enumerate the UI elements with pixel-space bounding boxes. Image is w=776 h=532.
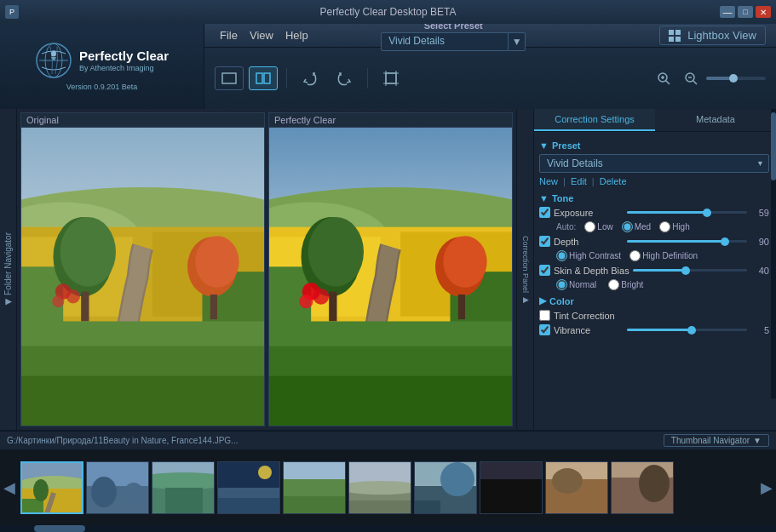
auto-med[interactable]: Med xyxy=(622,221,651,232)
depth-checkbox[interactable] xyxy=(539,236,550,247)
thumb-nav-button[interactable]: Thumbnail Navigator ▼ xyxy=(664,434,769,447)
skin-bias-slider[interactable] xyxy=(633,269,747,272)
menu-view[interactable]: View xyxy=(244,27,279,43)
svg-point-96 xyxy=(440,462,474,496)
tab-metadata[interactable]: Metadata xyxy=(655,109,776,131)
processed-image xyxy=(268,127,513,426)
top-area: Perfectly Clear By Athentech Imaging Ver… xyxy=(0,24,776,109)
svg-point-57 xyxy=(299,295,313,308)
vibrance-row: Vibrance 5 xyxy=(539,324,769,335)
svg-point-35 xyxy=(52,295,64,307)
preset-dropdown-panel: Vivid Details ▼ xyxy=(539,154,769,173)
thumb-next-arrow[interactable]: ▶ xyxy=(761,478,773,497)
original-label: Original xyxy=(20,112,265,127)
thumb-item[interactable] xyxy=(152,461,215,514)
thumb-scrollbar xyxy=(0,525,776,532)
thumb-item[interactable] xyxy=(611,461,674,514)
preset-delete-link[interactable]: Delete xyxy=(600,176,627,186)
high-contrast-option[interactable]: High Contrast xyxy=(556,250,621,261)
right-sidebar[interactable]: Correction Panel ▶ xyxy=(516,109,533,430)
svg-point-54 xyxy=(443,236,486,288)
vibrance-value: 5 xyxy=(750,325,769,335)
svg-point-67 xyxy=(33,479,49,501)
preset-actions: New | Edit | Delete xyxy=(539,176,769,186)
auto-row: Auto: Low Med High xyxy=(556,221,769,232)
depth-options-row: High Contrast High Definition xyxy=(556,250,769,261)
thumb-item[interactable] xyxy=(348,461,411,514)
menu-help[interactable]: Help xyxy=(280,27,313,43)
depth-value: 90 xyxy=(750,237,769,247)
thumb-bar: G:/Картинки/Природа/11Beauty in Nature, … xyxy=(0,432,776,450)
depth-label: Depth xyxy=(554,237,624,247)
scrollbar[interactable] xyxy=(771,109,776,398)
close-button[interactable]: ✕ xyxy=(756,6,771,18)
svg-rect-86 xyxy=(284,496,346,514)
svg-rect-33 xyxy=(210,295,217,319)
thumb-item[interactable] xyxy=(545,461,608,514)
svg-point-76 xyxy=(152,472,215,489)
rotate-left-button[interactable] xyxy=(330,66,359,90)
skin-bias-value: 40 xyxy=(750,266,769,276)
app: P Perfectly Clear Desktop BETA — □ ✕ xyxy=(0,0,776,532)
preset-value: Vivid Details xyxy=(388,35,445,47)
folder-nav-text: Folder Navigator xyxy=(3,232,13,295)
preset-select[interactable]: Vivid Details xyxy=(539,154,769,173)
maximize-button[interactable]: □ xyxy=(738,6,753,18)
tint-row: Tint Correction xyxy=(539,310,769,321)
brand-name: Perfectly Clear xyxy=(79,49,169,64)
thumb-scroll-thumb[interactable] xyxy=(34,525,85,532)
svg-line-12 xyxy=(666,81,670,85)
split-view-button[interactable] xyxy=(249,66,278,90)
zoom-in-button[interactable] xyxy=(652,68,675,89)
high-definition-option[interactable]: High Definition xyxy=(629,250,698,261)
svg-point-32 xyxy=(195,236,239,288)
auto-high[interactable]: High xyxy=(659,221,690,232)
brand-sub: By Athentech Imaging xyxy=(79,64,169,72)
correction-content: ▼ Preset Vivid Details ▼ New | Edit | De… xyxy=(534,132,776,430)
thumb-item[interactable] xyxy=(414,461,477,514)
color-triangle: ▶ xyxy=(539,295,546,306)
vibrance-label: Vibrance xyxy=(554,325,624,335)
svg-point-72 xyxy=(124,483,144,506)
scrollbar-thumb[interactable] xyxy=(771,112,776,180)
thumb-item[interactable] xyxy=(480,461,543,514)
crop-button[interactable] xyxy=(377,66,405,90)
depth-slider[interactable] xyxy=(627,240,747,243)
bright-option[interactable]: Bright xyxy=(608,279,643,290)
single-view-button[interactable] xyxy=(215,66,244,90)
tone-triangle: ▼ xyxy=(539,193,549,203)
skin-bias-checkbox[interactable] xyxy=(539,265,550,276)
color-section-header[interactable]: ▶ Color xyxy=(539,295,769,306)
thumb-item[interactable] xyxy=(217,461,280,514)
preset-edit-link[interactable]: Edit xyxy=(571,176,587,186)
exposure-checkbox[interactable] xyxy=(539,207,550,218)
preset-new-link[interactable]: New xyxy=(539,176,558,186)
folder-nav-label[interactable]: ◀ Folder Navigator xyxy=(3,232,13,307)
normal-option[interactable]: Normal xyxy=(556,279,596,290)
lightbox-button[interactable]: Lightbox View xyxy=(659,26,766,45)
tone-section-header[interactable]: ▼ Tone xyxy=(539,193,769,203)
thumb-item[interactable] xyxy=(283,461,346,514)
svg-point-108 xyxy=(639,465,670,502)
zoom-slider[interactable] xyxy=(706,77,766,80)
logo-icon xyxy=(35,42,72,79)
menu-file[interactable]: File xyxy=(215,27,243,43)
minimize-button[interactable]: — xyxy=(720,6,735,18)
tint-checkbox[interactable] xyxy=(539,310,550,321)
vibrance-checkbox[interactable] xyxy=(539,324,550,335)
correction-tabs: Correction Settings Metadata xyxy=(534,109,776,132)
thumb-prev-arrow[interactable]: ◀ xyxy=(3,478,15,497)
auto-low[interactable]: Low xyxy=(584,221,612,232)
preset-section: Select Preset Vivid Details ▼ xyxy=(381,20,526,51)
svg-rect-89 xyxy=(349,462,411,483)
preset-section-header[interactable]: ▼ Preset xyxy=(539,140,769,151)
exposure-slider[interactable] xyxy=(627,211,747,214)
rotate-right-button[interactable] xyxy=(296,66,325,90)
svg-point-81 xyxy=(258,466,272,479)
svg-point-36 xyxy=(66,289,80,303)
vibrance-slider[interactable] xyxy=(627,329,747,331)
thumb-item[interactable] xyxy=(86,461,149,514)
thumb-item-selected[interactable] xyxy=(20,461,83,514)
tab-correction-settings[interactable]: Correction Settings xyxy=(534,109,655,131)
zoom-out-button[interactable] xyxy=(681,68,701,89)
